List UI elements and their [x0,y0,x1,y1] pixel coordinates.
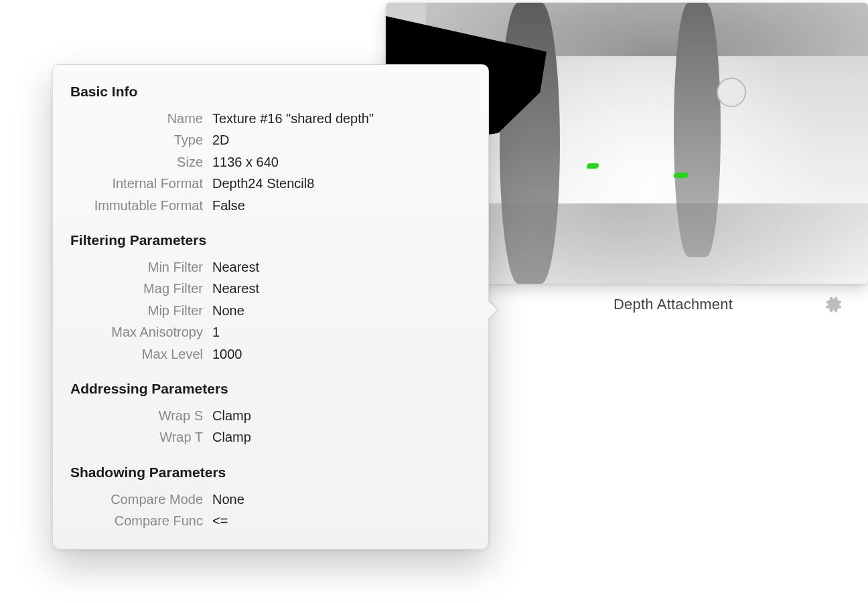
label-compare-func: Compare Func [70,510,212,531]
label-name: Name [70,108,212,129]
value-wrap-t: Clamp [212,426,468,448]
value-internal-format: Depth24 Stencil8 [212,173,468,194]
attachment-caption: Depth Attachment [521,296,825,313]
section-heading-shadowing: Shadowing Parameters [70,464,468,481]
row-max-level: Max Level 1000 [70,343,468,365]
value-name: Texture #16 "shared depth" [212,108,468,129]
label-internal-format: Internal Format [70,173,212,194]
value-mip-filter: None [212,300,468,321]
value-wrap-s: Clamp [212,405,468,426]
label-compare-mode: Compare Mode [70,489,212,510]
section-heading-addressing: Addressing Parameters [70,381,468,397]
settings-button[interactable] [825,296,865,313]
row-mip-filter: Mip Filter None [70,300,468,321]
value-mag-filter: Nearest [212,278,468,299]
value-compare-func: <= [212,510,468,531]
value-size: 1136 x 640 [212,151,468,173]
depth-hanging-orb [717,78,746,107]
value-max-anisotropy: 1 [212,321,468,343]
section-heading-basic-info: Basic Info [70,84,468,100]
row-max-anisotropy: Max Anisotropy 1 [70,321,468,343]
row-size: Size 1136 x 640 [70,151,468,173]
row-immutable-format: Immutable Format False [70,195,468,216]
row-name: Name Texture #16 "shared depth" [70,108,468,129]
value-compare-mode: None [212,489,468,510]
label-type: Type [70,129,212,151]
label-mag-filter: Mag Filter [70,278,212,299]
row-min-filter: Min Filter Nearest [70,256,468,278]
label-immutable-format: Immutable Format [70,195,212,216]
row-compare-mode: Compare Mode None [70,489,468,510]
label-min-filter: Min Filter [70,256,212,278]
row-mag-filter: Mag Filter Nearest [70,278,468,299]
label-wrap-s: Wrap S [70,405,212,426]
gear-icon [825,296,843,313]
label-size: Size [70,151,212,173]
row-internal-format: Internal Format Depth24 Stencil8 [70,173,468,194]
section-heading-filtering: Filtering Parameters [70,232,468,248]
row-wrap-s: Wrap S Clamp [70,405,468,426]
row-type: Type 2D [70,129,468,151]
row-wrap-t: Wrap T Clamp [70,426,468,448]
value-type: 2D [212,129,468,151]
label-wrap-t: Wrap T [70,426,212,448]
texture-info-popover: Basic Info Name Texture #16 "shared dept… [52,64,489,549]
label-mip-filter: Mip Filter [70,300,212,321]
value-min-filter: Nearest [212,256,468,278]
depth-highlight [673,173,690,178]
label-max-level: Max Level [70,343,212,365]
row-compare-func: Compare Func <= [70,510,468,531]
label-max-anisotropy: Max Anisotropy [70,321,212,343]
value-max-level: 1000 [212,343,468,365]
value-immutable-format: False [212,195,468,216]
